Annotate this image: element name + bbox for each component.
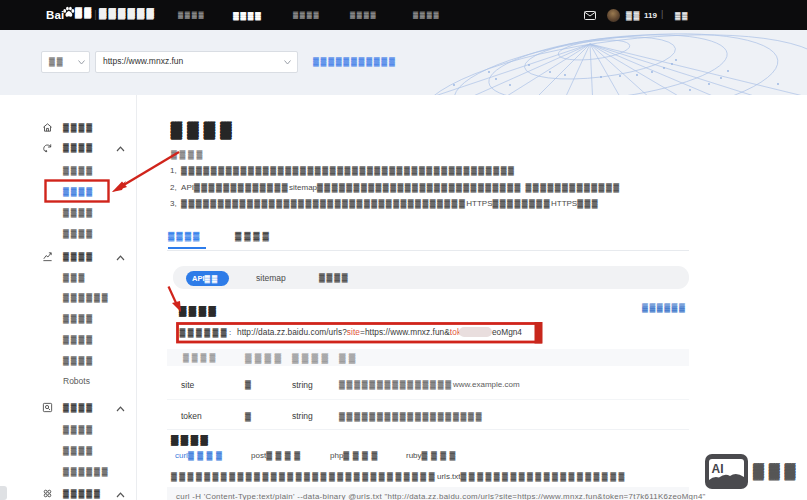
svg-text:AI: AI [712, 462, 724, 476]
